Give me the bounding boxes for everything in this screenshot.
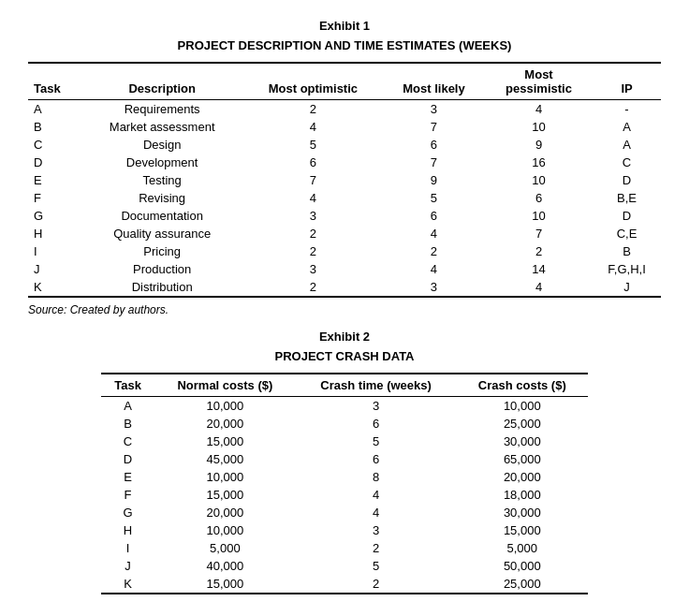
table-cell: D <box>101 450 154 468</box>
table-cell: B,E <box>593 189 661 207</box>
table-cell: D <box>28 154 81 171</box>
table-cell: G <box>101 504 154 521</box>
table-cell: 6 <box>485 189 593 207</box>
table-cell: H <box>101 521 154 539</box>
col2-task: Task <box>101 374 154 397</box>
table-cell: Pricing <box>81 242 243 260</box>
table-cell: A <box>101 397 154 416</box>
table-cell: 7 <box>243 171 383 189</box>
table-cell: 10,000 <box>154 521 296 539</box>
table-cell: 6 <box>296 450 457 468</box>
table-row: BMarket assessment4710A <box>28 118 661 136</box>
table-cell: 2 <box>383 242 485 260</box>
table-cell: 6 <box>383 207 485 225</box>
table-cell: 2 <box>485 242 593 260</box>
table-row: D45,000665,000 <box>101 450 588 468</box>
table-cell: - <box>593 100 661 119</box>
table-row: I5,00025,000 <box>101 539 588 557</box>
table-cell: 7 <box>485 225 593 242</box>
table-cell: Quality assurance <box>81 225 243 242</box>
table-row: B20,000625,000 <box>101 415 588 433</box>
table-cell: Documentation <box>81 207 243 225</box>
table-cell: A <box>28 100 81 119</box>
table-cell: 4 <box>243 118 383 136</box>
table-cell: C <box>101 433 154 450</box>
table-row: GDocumentation3610D <box>28 207 661 225</box>
table-cell: 5 <box>383 189 485 207</box>
exhibit2-table-title: PROJECT CRASH DATA <box>274 349 414 363</box>
table-cell: 7 <box>383 154 485 171</box>
table-cell: 6 <box>296 415 457 433</box>
table-cell: Production <box>81 260 243 278</box>
table-cell: 18,000 <box>457 486 588 504</box>
table-cell: 30,000 <box>457 433 588 450</box>
table-cell: 4 <box>485 278 593 297</box>
exhibit1-table-title: PROJECT DESCRIPTION AND TIME ESTIMATES (… <box>28 38 661 52</box>
table-cell: 4 <box>485 100 593 119</box>
table-cell: 40,000 <box>154 557 296 575</box>
table-cell: B <box>101 415 154 433</box>
table-cell: 5,000 <box>154 539 296 557</box>
table-cell: 4 <box>383 260 485 278</box>
col-most-optimistic: Most optimistic <box>243 63 383 100</box>
table-cell: 4 <box>383 225 485 242</box>
table-cell: 45,000 <box>154 450 296 468</box>
table-cell: F,G,H,I <box>593 260 661 278</box>
table-cell: 16 <box>485 154 593 171</box>
table-cell: 50,000 <box>457 557 588 575</box>
exhibit1-section: Exhibit 1 PROJECT DESCRIPTION AND TIME E… <box>28 19 661 316</box>
table-cell: 9 <box>485 136 593 154</box>
table-row: A10,000310,000 <box>101 397 588 416</box>
table-cell: Revising <box>81 189 243 207</box>
table-cell: A <box>593 136 661 154</box>
table-row: K15,000225,000 <box>101 575 588 594</box>
table-cell: C <box>28 136 81 154</box>
table-cell: E <box>28 171 81 189</box>
table-cell: 10 <box>485 171 593 189</box>
table-cell: 65,000 <box>457 450 588 468</box>
table-row: J40,000550,000 <box>101 557 588 575</box>
table-cell: 10,000 <box>457 397 588 416</box>
table-cell: A <box>593 118 661 136</box>
table-row: G20,000430,000 <box>101 504 588 521</box>
table-cell: I <box>101 539 154 557</box>
table-cell: F <box>28 189 81 207</box>
table-row: JProduction3414F,G,H,I <box>28 260 661 278</box>
table-cell: 6 <box>383 136 485 154</box>
exhibit1-table: Task Description Most optimistic Most li… <box>28 62 661 298</box>
table-cell: 20,000 <box>154 504 296 521</box>
table-cell: Design <box>81 136 243 154</box>
table-cell: K <box>28 278 81 297</box>
table-cell: 10,000 <box>154 468 296 486</box>
table-cell: 8 <box>296 468 457 486</box>
exhibit1-title: Exhibit 1 <box>28 19 661 33</box>
exhibit2-table: Task Normal costs ($) Crash time (weeks)… <box>101 373 588 594</box>
table-cell: 10,000 <box>154 397 296 416</box>
source-text: Source: Created by authors. <box>28 303 661 316</box>
table-cell: Distribution <box>81 278 243 297</box>
table-row: ETesting7910D <box>28 171 661 189</box>
table-row: DDevelopment6716C <box>28 154 661 171</box>
table-row: KDistribution234J <box>28 278 661 297</box>
table-cell: 15,000 <box>154 575 296 594</box>
table-cell: 25,000 <box>457 415 588 433</box>
table-row: IPricing222B <box>28 242 661 260</box>
col-most-pessimistic: Mostpessimistic <box>485 63 593 100</box>
table-cell: 15,000 <box>154 433 296 450</box>
col2-normal-costs: Normal costs ($) <box>154 374 296 397</box>
col-task: Task <box>28 63 81 100</box>
table-row: HQuality assurance247C,E <box>28 225 661 242</box>
table-cell: C,E <box>593 225 661 242</box>
table-cell: D <box>593 171 661 189</box>
table-row: FRevising456B,E <box>28 189 661 207</box>
table-cell: J <box>101 557 154 575</box>
table-cell: 20,000 <box>457 468 588 486</box>
table-cell: 3 <box>296 397 457 416</box>
col-ip: IP <box>593 63 661 100</box>
table-cell: 2 <box>243 225 383 242</box>
table-cell: D <box>593 207 661 225</box>
table-cell: 30,000 <box>457 504 588 521</box>
table-cell: B <box>28 118 81 136</box>
table-row: C15,000530,000 <box>101 433 588 450</box>
table-cell: 2 <box>296 575 457 594</box>
